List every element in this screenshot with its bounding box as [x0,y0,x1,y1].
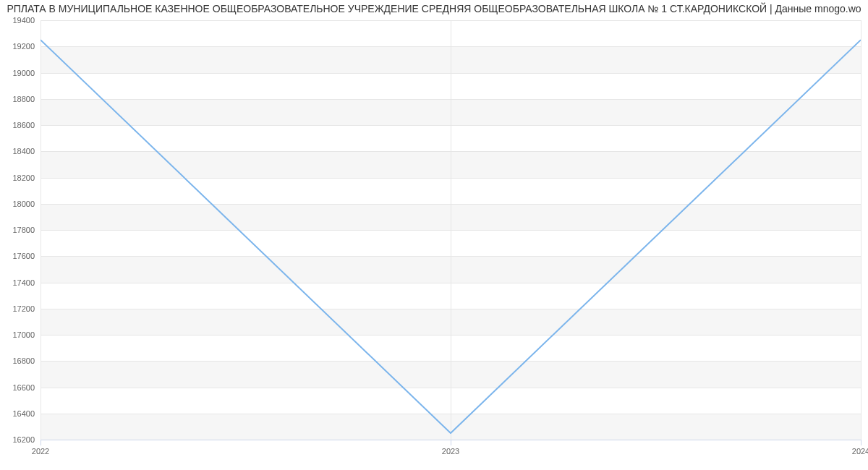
x-axis-label: 2024 [852,447,868,456]
x-axis-label: 2022 [32,447,49,456]
series-layer [41,20,861,440]
chart-title: РПЛАТА В МУНИЦИПАЛЬНОЕ КАЗЕННОЕ ОБЩЕОБРА… [0,3,868,14]
line-series [41,40,861,433]
y-axis-label: 18800 [6,95,35,103]
y-axis-label: 17000 [6,330,35,339]
x-tick [861,440,861,445]
y-axis-label: 18400 [6,147,35,155]
y-axis-label: 17400 [6,278,35,287]
y-axis-label: 16400 [6,409,35,418]
y-axis-label: 17600 [6,252,35,260]
y-axis-label: 18600 [6,121,35,129]
y-axis-label: 18000 [6,200,35,208]
x-axis-label: 2023 [442,447,459,456]
x-tick [451,440,451,445]
x-tick [41,440,41,445]
y-axis-label: 17200 [6,304,35,313]
y-axis-label: 18200 [6,174,35,182]
y-axis-label: 16800 [6,356,35,365]
y-axis-label: 19400 [6,16,35,25]
y-axis-label: 16200 [6,435,35,444]
salary-chart: РПЛАТА В МУНИЦИПАЛЬНОЕ КАЗЕННОЕ ОБЩЕОБРА… [0,0,868,470]
y-axis-label: 19000 [6,69,35,77]
y-axis-label: 16600 [6,383,35,392]
y-axis-label: 19200 [6,42,35,51]
plot-area: 1620016400166001680017000172001740017600… [41,20,861,440]
x-gridline [861,20,861,440]
y-axis-label: 17800 [6,226,35,234]
